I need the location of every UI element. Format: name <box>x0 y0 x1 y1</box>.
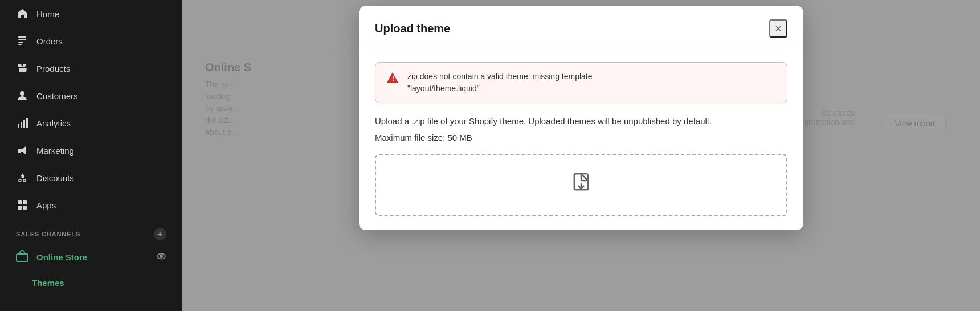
sidebar-item-online-store[interactable]: Online Store <box>5 244 178 270</box>
svg-rect-12 <box>18 200 22 204</box>
svg-point-11 <box>23 179 26 182</box>
error-banner: ! zip does not contain a valid theme: mi… <box>375 62 787 103</box>
modal-header: Upload theme × <box>359 6 803 48</box>
svg-point-4 <box>20 91 24 96</box>
modal-title: Upload theme <box>375 22 450 35</box>
upload-theme-modal-overlay: Upload theme × ! zip does not contain a … <box>182 0 980 311</box>
modal-body: ! zip does not contain a valid theme: mi… <box>359 48 803 230</box>
svg-text:!: ! <box>392 75 394 83</box>
svg-rect-13 <box>23 200 27 204</box>
file-drop-zone[interactable] <box>375 154 787 216</box>
sidebar-item-discounts[interactable]: Discounts <box>5 165 178 191</box>
svg-rect-9 <box>18 150 21 153</box>
marketing-icon <box>16 144 28 157</box>
sales-channels-section: SALES CHANNELS + <box>5 222 178 243</box>
sidebar-item-customers[interactable]: Customers <box>5 83 178 109</box>
upload-max-size: Maximum file size: 50 MB <box>375 133 787 142</box>
error-icon: ! <box>386 71 399 85</box>
sidebar: Home Orders Products Customers Analytics… <box>0 0 182 311</box>
svg-point-10 <box>19 179 21 182</box>
sidebar-item-analytics[interactable]: Analytics <box>5 110 178 136</box>
upload-icon <box>570 170 593 198</box>
svg-rect-6 <box>21 122 22 128</box>
svg-rect-8 <box>26 118 28 128</box>
add-sales-channel-button[interactable]: + <box>154 228 166 240</box>
online-store-eye-icon[interactable] <box>156 251 166 263</box>
error-message: zip does not contain a valid theme: miss… <box>407 71 593 95</box>
svg-rect-3 <box>18 44 22 45</box>
sidebar-item-products[interactable]: Products <box>5 55 178 81</box>
online-store-icon <box>16 250 28 264</box>
analytics-icon <box>16 117 28 129</box>
sidebar-item-marketing[interactable]: Marketing <box>5 137 178 163</box>
svg-rect-16 <box>17 254 28 261</box>
modal-close-button[interactable]: × <box>769 19 787 38</box>
sidebar-item-apps[interactable]: Apps <box>5 192 178 218</box>
customers-icon <box>16 89 28 102</box>
svg-rect-7 <box>23 120 25 128</box>
discounts-icon <box>16 171 28 184</box>
upload-theme-modal: Upload theme × ! zip does not contain a … <box>359 6 803 230</box>
main-content: Online S The sc...loading...by insta...t… <box>182 0 980 311</box>
svg-point-18 <box>160 255 162 257</box>
sidebar-item-home[interactable]: Home <box>5 1 178 27</box>
svg-rect-15 <box>23 206 27 210</box>
upload-description: Upload a .zip file of your Shopify theme… <box>375 114 787 128</box>
svg-rect-2 <box>18 42 23 43</box>
apps-icon <box>16 199 28 211</box>
svg-rect-1 <box>18 39 26 40</box>
sidebar-item-orders[interactable]: Orders <box>5 28 178 54</box>
home-icon <box>16 7 28 20</box>
orders-icon <box>16 35 28 47</box>
sidebar-item-themes[interactable]: Themes <box>5 271 178 294</box>
svg-rect-0 <box>18 36 26 38</box>
svg-rect-5 <box>18 124 19 128</box>
svg-rect-14 <box>18 206 22 210</box>
products-icon <box>16 62 28 75</box>
